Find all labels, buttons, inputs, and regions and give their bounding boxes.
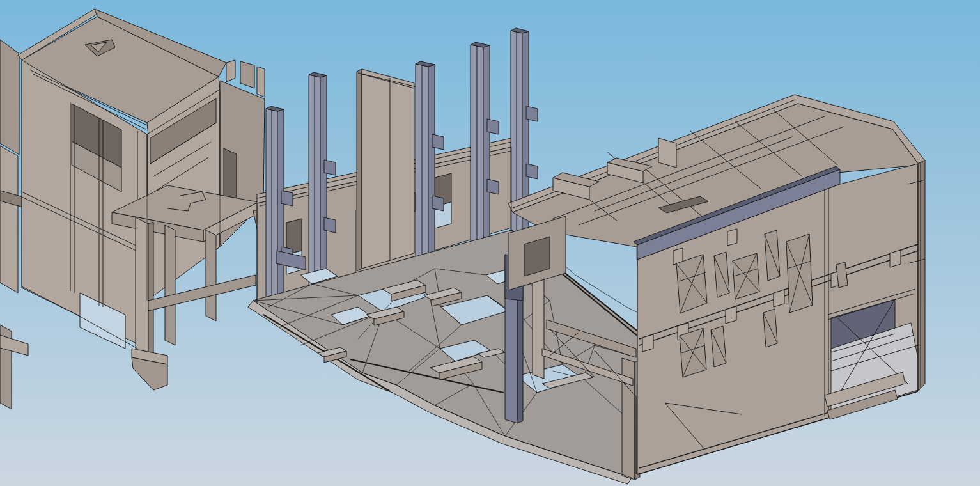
support-column: [165, 225, 175, 345]
parapet-notch: [226, 60, 235, 82]
column-corbel: [526, 164, 538, 179]
column-corbel: [487, 179, 499, 194]
model-viewport[interactable]: [0, 0, 980, 486]
structural-model-canvas[interactable]: [0, 0, 980, 486]
column-corbel: [324, 217, 336, 233]
support-column-side: [148, 222, 153, 356]
parapet-upstand: [658, 138, 676, 168]
parapet-notch: [257, 67, 265, 97]
parapet-notch: [240, 61, 254, 88]
steel-column-side: [483, 45, 490, 255]
band-corbel: [642, 334, 653, 352]
wall-sliver: [0, 40, 19, 155]
column-corbel: [432, 134, 444, 150]
column-corbel: [281, 191, 293, 206]
tall-wall-panel-side: [357, 69, 362, 271]
column-corbel: [487, 119, 499, 134]
steel-column-side: [320, 75, 327, 289]
band-corbel: [890, 250, 901, 267]
wall-sliver: [0, 146, 18, 293]
steel-column-side: [277, 109, 284, 302]
support-column: [136, 217, 148, 356]
column-corbel: [526, 106, 538, 122]
column-corbel: [324, 160, 336, 175]
beam-corbel: [727, 229, 737, 246]
band-corbel: [726, 306, 736, 324]
right-edge-face: [918, 160, 925, 391]
steel-column-side: [428, 65, 435, 269]
column-corbel: [432, 196, 444, 211]
slab-column-face: [533, 267, 544, 379]
band-corbel: [774, 290, 784, 307]
tall-wall-panel: [362, 69, 414, 269]
support-column: [206, 230, 216, 321]
